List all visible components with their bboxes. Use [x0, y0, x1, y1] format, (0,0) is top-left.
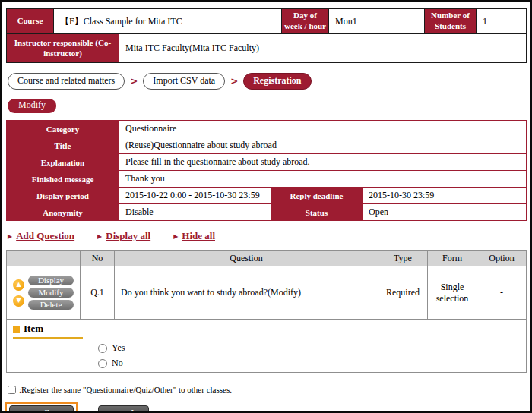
option-no-label: No: [112, 358, 123, 369]
status-value: Open: [363, 204, 527, 221]
table-row: ▲ ▼ Display Modify Delete Q.1 Do you thi…: [7, 266, 527, 320]
course-value: 【F】Class Sample for Mita ITC: [54, 9, 282, 34]
back-button-label: Back: [116, 408, 136, 413]
register-note-text: :Register the same "Questionnaire/Quiz/O…: [19, 385, 232, 394]
confirm-highlight-box: ▶ Confirm: [5, 402, 78, 413]
instructor-header-table: Instructor responsible (Co-instructor) M…: [6, 33, 527, 63]
display-period-label: Display period: [7, 188, 119, 204]
status-label: Status: [271, 204, 363, 221]
question-table-header-row: No Question Type Form Option: [7, 251, 527, 266]
day-of-week-value: Mon1: [329, 9, 425, 34]
delete-button[interactable]: Delete: [28, 300, 74, 310]
confirm-button-label: Confirm: [27, 408, 61, 413]
table-row: Display period 2015-10-22 0:00 - 2015-10…: [7, 188, 527, 204]
display-button[interactable]: Display: [28, 276, 74, 285]
question-text-cell: Do you think you want to study abroad?(M…: [115, 266, 378, 320]
chevron-right-icon: >: [130, 76, 138, 87]
reply-deadline-label: Reply deadline: [271, 188, 363, 204]
reply-deadline-value: 2015-10-30 23:59: [363, 188, 527, 204]
explanation-label: Explanation: [7, 154, 119, 171]
footer-buttons: ▶ Confirm ▶ Back: [6, 402, 526, 413]
course-label: Course: [7, 9, 54, 34]
row-controls-cell: ▲ ▼ Display Modify Delete: [7, 266, 81, 320]
instructor-value: Mita ITC Faculty(Mita ITC Faculty): [119, 34, 527, 63]
triangle-right-icon: ▶: [97, 233, 102, 240]
question-text: Do you think you want to study abroad?: [121, 287, 268, 298]
no-column-header: No: [81, 251, 115, 266]
arrow-up-icon: ▲: [16, 282, 21, 288]
controls-column-header: [7, 251, 81, 266]
move-up-button[interactable]: ▲: [13, 279, 24, 291]
questionnaire-details-table: Category Questionnaire Title (Reuse)Ques…: [6, 120, 527, 221]
item-row: Item Yes No: [7, 320, 527, 373]
instructor-label: Instructor responsible (Co-instructor): [7, 34, 119, 63]
anonymity-label: Anonymity: [7, 204, 119, 221]
question-no: Q.1: [81, 266, 115, 320]
modify-button[interactable]: Modify: [8, 99, 56, 113]
triangle-right-icon: ▶: [173, 233, 178, 240]
item-section-header: Item: [13, 323, 83, 339]
question-type: Required: [378, 266, 428, 320]
title-label: Title: [7, 137, 119, 154]
arrow-down-icon: ▼: [16, 298, 21, 304]
day-of-week-label: Day of week / hour: [282, 9, 329, 34]
table-row: Anonymity Disable Status Open: [7, 204, 527, 221]
item-bullet-icon: [13, 326, 20, 333]
hide-all-link[interactable]: ▶ Hide all: [173, 230, 215, 242]
form-column-header: Form: [428, 251, 477, 266]
chevron-right-icon: >: [230, 76, 238, 87]
add-question-link[interactable]: ▶ Add Question: [8, 230, 74, 242]
option-column-header: Option: [477, 251, 527, 266]
breadcrumb-import-csv-data[interactable]: Import CSV data: [143, 73, 225, 90]
table-row: Title (Reuse)Questionnaire about study a…: [7, 137, 527, 154]
modify-row-button[interactable]: Modify: [28, 288, 74, 298]
register-other-classes-checkbox[interactable]: [8, 386, 16, 394]
finished-message-value: Thank you: [119, 171, 527, 188]
triangle-right-icon: ▶: [8, 233, 12, 240]
number-of-students-label: Number of Students: [425, 9, 477, 34]
item-section-label: Item: [24, 323, 43, 335]
finished-message-label: Finished message: [7, 171, 119, 188]
move-down-button[interactable]: ▼: [13, 295, 24, 307]
breadcrumb-registration[interactable]: Registration: [243, 73, 311, 90]
table-row: Explanation Please fill in the questionn…: [7, 154, 527, 171]
item-section: Item Yes No: [7, 320, 527, 373]
table-row: Category Questionnaire: [7, 121, 527, 137]
question-option: -: [477, 266, 527, 320]
question-modify-link[interactable]: (Modify): [268, 287, 301, 298]
display-period-value: 2015-10-22 0:00 - 2015-10-30 23:59: [119, 188, 271, 204]
breadcrumb: Course and related matters > Import CSV …: [8, 73, 526, 90]
category-value: Questionnaire: [119, 121, 527, 137]
type-column-header: Type: [378, 251, 428, 266]
table-row: Finished message Thank you: [7, 171, 527, 188]
question-form: Single selection: [428, 266, 477, 320]
option-yes-radio[interactable]: [98, 344, 107, 353]
title-value: (Reuse)Questionnaire about study abroad: [119, 137, 527, 154]
option-yes-label: Yes: [112, 342, 125, 354]
course-header-table: Course 【F】Class Sample for Mita ITC Day …: [6, 8, 527, 34]
question-list-table: No Question Type Form Option ▲ ▼ Display…: [6, 250, 527, 373]
register-note: :Register the same "Questionnaire/Quiz/O…: [8, 385, 526, 394]
category-label: Category: [7, 121, 119, 137]
question-column-header: Question: [115, 251, 378, 266]
display-all-link[interactable]: ▶ Display all: [97, 230, 150, 242]
explanation-value: Please fill in the questionnaire about s…: [119, 154, 527, 171]
breadcrumb-course-related-matters[interactable]: Course and related matters: [8, 73, 125, 90]
anonymity-value: Disable: [119, 204, 271, 221]
item-option-no: No: [98, 358, 520, 369]
number-of-students-value: 1: [477, 9, 527, 34]
back-button[interactable]: ▶ Back: [98, 405, 149, 413]
item-option-yes: Yes: [98, 342, 520, 354]
confirm-button[interactable]: ▶ Confirm: [9, 405, 74, 413]
option-no-radio[interactable]: [98, 359, 107, 368]
question-actions: ▶ Add Question ▶ Display all ▶ Hide all: [8, 230, 526, 242]
